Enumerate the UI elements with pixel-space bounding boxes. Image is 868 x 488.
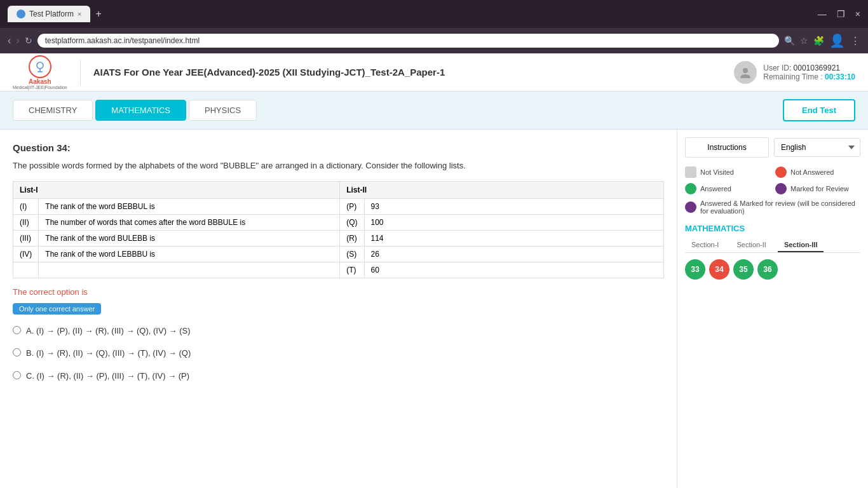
table-list1: The rank of the word BEBBUL is bbox=[39, 198, 340, 214]
table-list1 bbox=[39, 262, 340, 278]
language-select[interactable]: English Hindi bbox=[774, 138, 860, 157]
option-text-B: B. (I) → (R), (II) → (Q), (III) → (T), (… bbox=[26, 347, 191, 360]
question-number: Question 34: bbox=[13, 142, 664, 153]
section-tab-2[interactable]: Section-II bbox=[730, 238, 772, 252]
marked-review-label: Marked for Review bbox=[790, 185, 849, 193]
address-bar[interactable]: testplatform.aakash.ac.in/testpanel/inde… bbox=[37, 34, 779, 48]
table-list2: 93 bbox=[364, 198, 664, 214]
table-list2: 60 bbox=[364, 262, 664, 278]
table-p: (P) bbox=[340, 198, 364, 214]
user-info: User ID: 00010369921 Remaining Time : 00… bbox=[734, 61, 855, 84]
legend-answered-marked: Answered & Marked for review (will be co… bbox=[685, 200, 860, 215]
lang-instruction-row: Instructions English Hindi bbox=[685, 137, 860, 158]
logo-name: Aakash bbox=[29, 78, 51, 85]
back-btn[interactable]: ‹ bbox=[8, 35, 11, 46]
table-p: (R) bbox=[340, 230, 364, 246]
table-row: (III) The rank of the word BULEBB is (R)… bbox=[13, 230, 664, 246]
user-details: User ID: 00010369921 Remaining Time : 00… bbox=[763, 64, 855, 81]
table-p: (S) bbox=[340, 246, 364, 262]
question-numbers: 33343536 bbox=[685, 259, 860, 280]
legend-not-visited: Not Visited bbox=[685, 166, 770, 178]
question-text: The possible words formed by the alphabe… bbox=[13, 159, 664, 172]
table-list2: 26 bbox=[364, 246, 664, 262]
table-list2: 100 bbox=[364, 214, 664, 230]
question-number-btn[interactable]: 33 bbox=[685, 259, 705, 280]
user-avatar bbox=[734, 61, 757, 84]
end-test-button[interactable]: End Test bbox=[783, 99, 855, 121]
question-number-btn[interactable]: 36 bbox=[757, 259, 778, 280]
not-answered-label: Not Answered bbox=[790, 168, 834, 176]
correct-option-label: The correct option is bbox=[13, 287, 664, 297]
exam-title: AIATS For One Year JEE(Advanced)-2025 (X… bbox=[93, 67, 445, 78]
not-answered-icon bbox=[775, 166, 787, 178]
answered-marked-label: Answered & Marked for review (will be co… bbox=[700, 200, 860, 215]
answer-type-badge: Only one correct answer bbox=[13, 303, 101, 315]
option-item[interactable]: A. (I) → (P), (II) → (R), (III) → (Q), (… bbox=[13, 325, 664, 337]
remaining-time: 00:33:10 bbox=[825, 72, 855, 81]
section-tab-1[interactable]: Section-I bbox=[685, 238, 725, 252]
options-list: A. (I) → (P), (II) → (R), (III) → (Q), (… bbox=[13, 325, 664, 383]
app-header: Aakash Medical|IIT-JEE|Foundation AIATS … bbox=[0, 53, 868, 92]
tab-favicon bbox=[17, 10, 25, 18]
option-radio-A[interactable] bbox=[13, 326, 21, 334]
win-close-btn[interactable]: × bbox=[855, 9, 860, 19]
table-list1: The number of words that comes after the… bbox=[39, 214, 340, 230]
reload-btn[interactable]: ↻ bbox=[25, 36, 32, 46]
win-maximize-btn[interactable]: ❐ bbox=[837, 9, 845, 19]
table-list1: The rank of the word LEBBBU is bbox=[39, 246, 340, 262]
header-divider bbox=[80, 60, 81, 85]
not-visited-label: Not Visited bbox=[700, 168, 734, 176]
table-roman bbox=[13, 262, 39, 278]
tab-chemistry[interactable]: CHEMISTRY bbox=[13, 100, 93, 121]
section-header: MATHEMATICS bbox=[685, 224, 860, 233]
win-minimize-btn[interactable]: — bbox=[818, 9, 827, 19]
logo-icon bbox=[29, 55, 51, 78]
section-tab-3[interactable]: Section-III bbox=[778, 238, 824, 252]
table-roman: (IV) bbox=[13, 246, 39, 262]
svg-point-3 bbox=[743, 68, 748, 73]
legend-grid: Not Visited Not Answered Answered Marked… bbox=[685, 166, 860, 215]
menu-icon[interactable]: ⋮ bbox=[850, 35, 860, 47]
table-p: (Q) bbox=[340, 214, 364, 230]
profile-icon[interactable]: 👤 bbox=[829, 33, 845, 48]
search-icon: 🔍 bbox=[784, 36, 795, 46]
new-tab-btn[interactable]: + bbox=[95, 8, 101, 20]
table-row: (II) The number of words that comes afte… bbox=[13, 214, 664, 230]
tab-close-btn[interactable]: × bbox=[78, 10, 81, 18]
answered-label: Answered bbox=[700, 185, 731, 193]
option-radio-B[interactable] bbox=[13, 348, 21, 356]
not-visited-icon bbox=[685, 166, 696, 178]
user-id-label: User ID bbox=[763, 64, 789, 72]
subject-tabs: CHEMISTRY MATHEMATICS PHYSICS End Test bbox=[0, 92, 868, 130]
forward-btn[interactable]: › bbox=[16, 35, 19, 46]
list1-header: List-I bbox=[13, 181, 340, 198]
option-text-C: C. (I) → (R), (II) → (P), (III) → (T), (… bbox=[26, 370, 189, 383]
table-p: (T) bbox=[340, 262, 364, 278]
legend-not-answered: Not Answered bbox=[775, 166, 860, 178]
tab-physics[interactable]: PHYSICS bbox=[189, 100, 257, 121]
question-number-btn[interactable]: 35 bbox=[733, 259, 754, 280]
table-list2: 114 bbox=[364, 230, 664, 246]
user-id-value: : 00010369921 bbox=[789, 64, 840, 72]
right-sidebar: Instructions English Hindi Not Visited N… bbox=[677, 130, 868, 488]
option-item[interactable]: B. (I) → (R), (II) → (Q), (III) → (T), (… bbox=[13, 347, 664, 360]
instructions-button[interactable]: Instructions bbox=[685, 137, 769, 158]
table-row: (IV) The rank of the word LEBBBU is (S) … bbox=[13, 246, 664, 262]
logo-subtitle: Medical|IIT-JEE|Foundation bbox=[13, 85, 67, 90]
table-roman: (II) bbox=[13, 214, 39, 230]
address-bar-row: ‹ › ↻ testplatform.aakash.ac.in/testpane… bbox=[0, 28, 868, 53]
tab-mathematics[interactable]: MATHEMATICS bbox=[95, 100, 186, 121]
tab-title: Test Platform bbox=[29, 10, 74, 18]
address-text: testplatform.aakash.ac.in/testpanel/inde… bbox=[45, 36, 200, 45]
answered-icon bbox=[685, 183, 696, 194]
option-item[interactable]: C. (I) → (R), (II) → (P), (III) → (T), (… bbox=[13, 370, 664, 383]
table-roman: (III) bbox=[13, 230, 39, 246]
legend-answered: Answered bbox=[685, 183, 770, 194]
browser-tab[interactable]: Test Platform × bbox=[8, 6, 90, 22]
marked-review-icon bbox=[775, 183, 787, 194]
aakash-logo: Aakash Medical|IIT-JEE|Foundation bbox=[13, 55, 67, 90]
question-number-btn[interactable]: 34 bbox=[709, 259, 729, 280]
match-table: List-I List-II (I) The rank of the word … bbox=[13, 181, 664, 278]
browser-titlebar: Test Platform × + — ❐ × bbox=[0, 0, 868, 28]
option-radio-C[interactable] bbox=[13, 371, 21, 379]
